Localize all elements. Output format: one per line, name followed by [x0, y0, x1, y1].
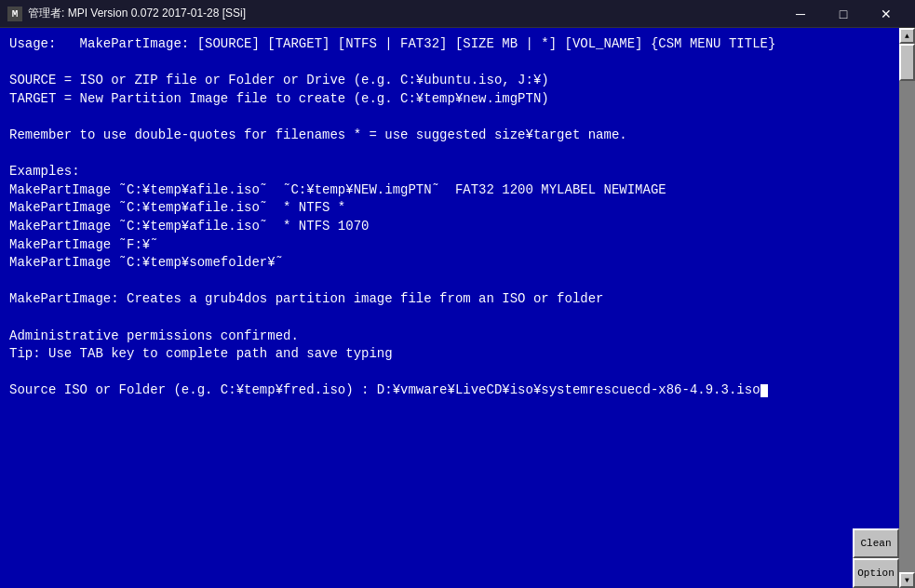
- terminal-cursor: [760, 384, 768, 397]
- terminal-line: MakePartImage ˜C:¥temp¥afile.iso˜ * NTFS…: [9, 199, 890, 218]
- scrollbar-down-button[interactable]: ▼: [899, 572, 915, 588]
- app-icon: M: [7, 7, 22, 21]
- terminal-line: Remember to use double-quotes for filena…: [9, 127, 890, 145]
- clean-button[interactable]: Clean: [853, 528, 899, 558]
- terminal-line: [9, 309, 890, 327]
- close-button[interactable]: ✕: [865, 0, 908, 28]
- terminal-line: MakePartImage ˜C:¥temp¥somefolder¥˜: [9, 254, 890, 273]
- terminal-line: MakePartImage ˜C:¥temp¥afile.iso˜ * NTFS…: [9, 218, 890, 236]
- terminal-line: [9, 54, 890, 73]
- terminal-line: Administrative permissions confirmed.: [9, 327, 890, 346]
- terminal-line: [9, 108, 890, 127]
- scrollbar-thumb[interactable]: [899, 44, 915, 81]
- terminal-line: Source ISO or Folder (e.g. C:¥temp¥fred.…: [9, 381, 890, 400]
- maximize-button[interactable]: □: [822, 0, 865, 28]
- terminal-line: Usage: MakePartImage: [SOURCE] [TARGET] …: [9, 35, 890, 54]
- titlebar-controls: ─ □ ✕: [779, 0, 908, 28]
- option-panel: Clean Option: [853, 528, 899, 588]
- titlebar-title: 管理者: MPI Version 0.072 2017-01-28 [SSi]: [28, 6, 246, 21]
- main-container: Usage: MakePartImage: [SOURCE] [TARGET] …: [0, 28, 915, 588]
- terminal-line: [9, 273, 890, 291]
- titlebar: M 管理者: MPI Version 0.072 2017-01-28 [SSi…: [0, 0, 915, 28]
- scrollbar: ▲ ▼: [899, 28, 915, 588]
- app-icon-letter: M: [12, 8, 19, 20]
- terminal-line: Examples:: [9, 163, 890, 181]
- terminal[interactable]: Usage: MakePartImage: [SOURCE] [TARGET] …: [0, 28, 899, 588]
- terminal-line: [9, 364, 890, 382]
- terminal-line: Tip: Use TAB key to complete path and sa…: [9, 345, 890, 364]
- option-button[interactable]: Option: [853, 558, 899, 588]
- terminal-line: [9, 145, 890, 164]
- titlebar-left: M 管理者: MPI Version 0.072 2017-01-28 [SSi…: [7, 6, 246, 21]
- minimize-button[interactable]: ─: [779, 0, 822, 28]
- scrollbar-up-button[interactable]: ▲: [899, 28, 915, 44]
- terminal-line: SOURCE = ISO or ZIP file or Folder or Dr…: [9, 72, 890, 90]
- terminal-line: MakePartImage ˜F:¥˜: [9, 236, 890, 255]
- terminal-line: TARGET = New Partition Image file to cre…: [9, 90, 890, 109]
- terminal-line: MakePartImage: Creates a grub4dos partit…: [9, 290, 890, 309]
- scrollbar-track[interactable]: [899, 44, 915, 572]
- terminal-line: MakePartImage ˜C:¥temp¥afile.iso˜ ˜C:¥te…: [9, 181, 890, 200]
